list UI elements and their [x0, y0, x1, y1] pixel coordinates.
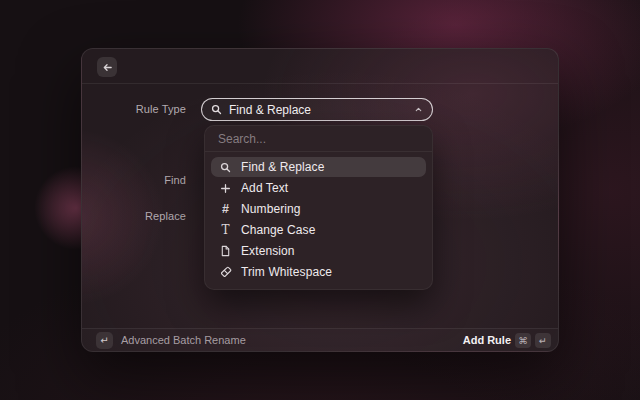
- return-icon: ↵: [96, 332, 113, 349]
- dropdown-option[interactable]: Extension: [211, 241, 426, 261]
- rule-type-label: Rule Type: [82, 98, 186, 121]
- dropdown-option-label: Change Case: [241, 223, 315, 237]
- add-rule-button[interactable]: Add Rule: [463, 334, 511, 346]
- dropdown-options: Find & Replace Add Text # Numbering T Ch…: [205, 152, 432, 289]
- hash-icon: #: [219, 202, 232, 216]
- text-case-icon: T: [219, 223, 232, 237]
- chevron-up-icon: [414, 105, 423, 114]
- dropdown-search-input[interactable]: [205, 126, 432, 152]
- return-key-badge: ↵: [535, 333, 551, 348]
- eraser-icon: [219, 266, 232, 278]
- arrow-left-icon: [102, 62, 113, 73]
- batch-rename-window: Rule Type Find Replace Find & Replace Fi…: [81, 48, 559, 352]
- back-button[interactable]: [97, 57, 117, 77]
- replace-label: Replace: [82, 205, 186, 228]
- app-name: Advanced Batch Rename: [121, 334, 246, 346]
- dropdown-option[interactable]: T Change Case: [211, 220, 426, 240]
- dropdown-option-label: Add Text: [241, 181, 288, 195]
- dropdown-option[interactable]: Add Text: [211, 178, 426, 198]
- dropdown-option[interactable]: # Numbering: [211, 199, 426, 219]
- rule-type-combobox[interactable]: Find & Replace: [201, 98, 433, 121]
- dropdown-option-label: Find & Replace: [241, 160, 324, 174]
- app-icon-glyph: ↵: [100, 335, 108, 346]
- command-key-badge: ⌘: [515, 333, 531, 348]
- file-icon: [219, 245, 232, 257]
- rule-type-dropdown: Find & Replace Add Text # Numbering T Ch…: [204, 125, 433, 290]
- find-label: Find: [82, 169, 186, 192]
- dropdown-option-label: Numbering: [241, 202, 301, 216]
- window-footer: ↵ Advanced Batch Rename Add Rule ⌘ ↵: [82, 328, 558, 351]
- dropdown-option-label: Trim Whitespace: [241, 265, 332, 279]
- plus-icon: [219, 183, 232, 194]
- search-icon: [211, 104, 222, 115]
- combobox-value: Find & Replace: [229, 103, 407, 117]
- search-icon: [219, 162, 232, 173]
- dropdown-option[interactable]: Find & Replace: [211, 157, 426, 177]
- window-header: [82, 49, 558, 84]
- app-background: Rule Type Find Replace Find & Replace Fi…: [0, 0, 640, 400]
- dropdown-option[interactable]: Trim Whitespace: [211, 262, 426, 282]
- dropdown-option-label: Extension: [241, 244, 295, 258]
